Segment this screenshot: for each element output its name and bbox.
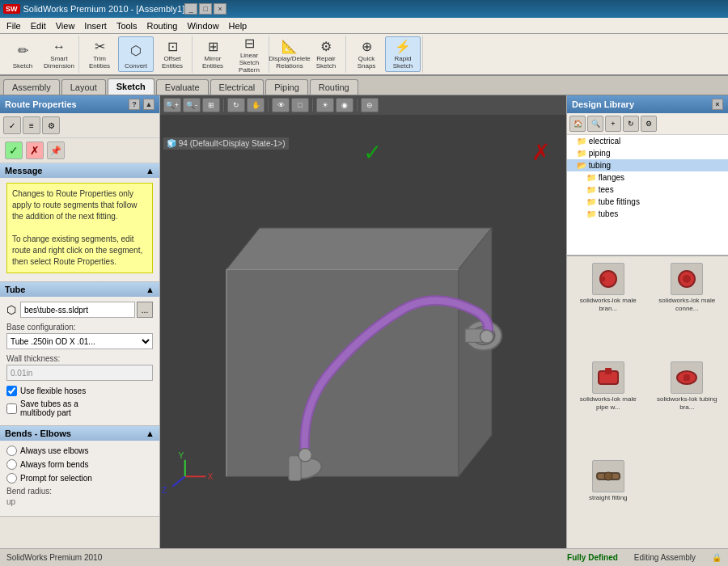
thumb-item-1[interactable]: solidworks-lok male bran... [570,260,646,355]
tubing-label: tubing [589,161,611,170]
panel-icon-props[interactable]: ⚙ [42,116,60,134]
menu-window[interactable]: Window [182,19,223,32]
dl-home-button[interactable]: 🏠 [569,116,586,132]
repair-sketch-button[interactable]: ⚙ Repair Sketch [308,36,344,72]
lighting-button[interactable]: ☀ [316,98,334,112]
flanges-folder-icon [586,173,599,182]
cancel-xmark[interactable]: ✗ [531,139,550,166]
dl-search-button[interactable]: 🔍 [587,116,603,132]
menu-routing[interactable]: Routing [142,19,183,32]
base-config-select[interactable]: Tube .250in OD X .01... [6,333,153,349]
trim-entities-button[interactable]: ✂ TrimEntities [82,36,117,72]
save-tubes-checkbox[interactable] [6,403,17,414]
display-mode-button[interactable]: □ [291,98,309,112]
panel-icon-check[interactable]: ✓ [3,116,21,134]
cancel-button[interactable]: ✗ [26,142,44,159]
display-delete-button[interactable]: 📐 Display/Delete Relations [272,36,307,72]
pin-button[interactable]: 📌 [47,142,65,159]
panel-icon-list[interactable]: ≡ [23,116,40,134]
dl-add-button[interactable]: + [605,116,621,132]
linear-sketch-label: Linear Sketch Pattern [234,52,265,74]
thumb-label-3: solidworks-lok male pipe w... [574,395,643,411]
section-view-button[interactable]: ⊖ [361,98,379,112]
3d-scene[interactable]: 🧊 94 (Default<Display State-1>) ✓ ✗ [160,115,566,548]
zoom-out-button[interactable]: 🔍- [183,98,201,112]
tree-item-tube-fittings[interactable]: tube fittings [567,196,728,208]
tab-layout[interactable]: Layout [61,79,106,95]
svg-point-22 [683,275,691,283]
center-viewport: 🔍+ 🔍- ⊞ ↻ ✋ 👁 □ ☀ ◉ ⊖ 🧊 94 (Default<Disp… [160,95,566,548]
tree-item-piping[interactable]: piping [567,147,728,159]
always-form-bends-radio[interactable] [6,459,17,470]
thumb-item-2[interactable]: solidworks-lok male conne... [650,260,726,355]
tree-item-tees[interactable]: tees [567,184,728,196]
tree-item-flanges[interactable]: flanges [567,171,728,184]
convert-entities-button[interactable]: ⬡ Convert [118,36,154,72]
tube-browse-button[interactable]: ... [137,302,153,318]
dl-refresh-button[interactable]: ↻ [623,116,639,132]
thumb-label-2: solidworks-lok male conne... [653,297,722,312]
tab-sketch[interactable]: Sketch [108,78,154,95]
offset-entities-button[interactable]: ⊡ OffsetEntities [154,36,190,72]
bends-section-header[interactable]: Bends - Elbows ▲ [0,426,159,441]
quick-snaps-button[interactable]: ⊕ Quick Snaps [349,36,384,72]
thumb-item-3[interactable]: solidworks-lok male pipe w... [570,358,646,454]
tube-section: Tube ▲ ⬡ ... Base configuration: Tube .2… [0,282,159,426]
svg-text:Z: Z [162,486,167,495]
mirror-entities-button[interactable]: ⊞ Mirror Entities [195,36,231,72]
always-form-bends-row: Always form bends [6,459,153,470]
message-text-2: To change existing segments, edit route … [12,234,147,268]
menu-insert[interactable]: Insert [79,19,112,32]
message-section-title: Message [5,166,42,175]
message-section-header[interactable]: Message ▲ [0,163,159,178]
rotate-button[interactable]: ↻ [227,98,245,112]
tree-item-electrical[interactable]: electrical [567,135,728,147]
tab-routing[interactable]: Routing [310,79,358,95]
tab-electrical[interactable]: Electrical [210,79,265,95]
mirror-label: Mirror Entities [197,55,228,70]
menu-tools[interactable]: Tools [112,19,142,32]
zoom-fit-button[interactable]: ⊞ [202,98,220,112]
smart-dimension-button[interactable]: ↔ SmartDimension [41,36,77,72]
wall-thickness-row: Wall thickness: [6,354,153,381]
window-controls[interactable]: _ □ × [184,3,226,15]
rapid-sketch-button[interactable]: ⚡ Rapid Sketch [385,36,421,72]
linear-sketch-button[interactable]: ⊟ Linear Sketch Pattern [231,36,267,72]
pan-button[interactable]: ✋ [247,98,265,112]
confirm-checkmark[interactable]: ✓ [363,139,382,166]
close-button[interactable]: × [214,3,226,15]
prompt-selection-radio[interactable] [6,473,17,484]
panel-help-button[interactable]: ? [129,99,140,110]
tree-item-tubing[interactable]: 📂 tubing [567,159,728,171]
panel-collapse-button[interactable]: ▲ [143,99,154,110]
always-use-elbows-radio[interactable] [6,446,17,456]
tab-evaluate[interactable]: Evaluate [156,79,209,95]
thumb-item-4[interactable]: solidworks-lok tubing bra... [650,358,726,454]
menu-help[interactable]: Help [224,19,252,32]
appearance-button[interactable]: ◉ [336,98,353,112]
design-library-close[interactable]: × [712,99,723,110]
sketch-button[interactable]: ✏ Sketch [5,36,40,72]
vp-sep-1 [223,99,224,112]
status-icon: 🔒 [712,553,722,562]
menu-edit[interactable]: Edit [26,19,51,32]
dl-config-button[interactable]: ⚙ [641,116,657,132]
minimize-button[interactable]: _ [184,3,197,15]
design-library-header: Design Library × [567,95,728,113]
prompt-selection-label: Prompt for selection [20,474,92,483]
tree-item-tubes[interactable]: tubes [567,208,728,220]
ok-button[interactable]: ✓ [5,142,23,159]
tube-section-header[interactable]: Tube ▲ [0,282,159,297]
zoom-in-button[interactable]: 🔍+ [163,98,181,112]
tab-assembly[interactable]: Assembly [3,79,60,95]
menu-view[interactable]: View [51,19,80,32]
use-flexible-checkbox[interactable] [6,386,17,396]
wall-thickness-input[interactable] [6,365,153,381]
maximize-button[interactable]: □ [199,3,212,15]
menu-file[interactable]: File [2,19,26,32]
tube-section-title: Tube [5,285,25,294]
view-mode-button[interactable]: 👁 [272,98,290,112]
tube-file-input[interactable] [20,302,135,318]
tab-piping[interactable]: Piping [265,79,308,95]
thumb-item-5[interactable]: straight fitting [570,457,646,545]
